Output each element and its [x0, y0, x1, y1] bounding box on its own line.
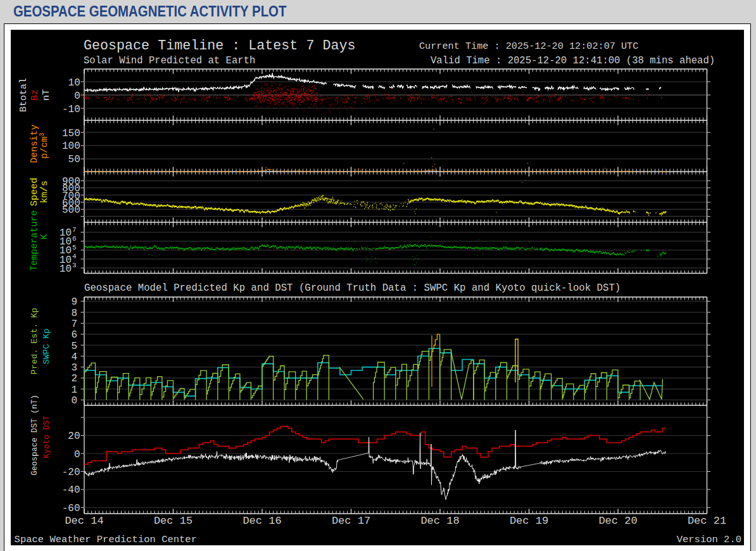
svg-text:Speed: Speed	[29, 177, 40, 206]
svg-text:7: 7	[71, 319, 77, 330]
svg-text:0: 0	[74, 91, 80, 102]
svg-text:6: 6	[71, 329, 77, 341]
svg-text:3: 3	[72, 262, 77, 269]
svg-text:Dec 18: Dec 18	[420, 515, 459, 527]
svg-text:Version 2.0: Version 2.0	[677, 534, 741, 545]
svg-text:10: 10	[60, 263, 72, 275]
svg-text:p/cm3: p/cm3	[39, 133, 49, 159]
svg-text:6: 6	[72, 235, 77, 243]
svg-text:0: 0	[71, 395, 77, 407]
svg-text:Dec 21: Dec 21	[688, 515, 726, 527]
svg-text:Dec 14: Dec 14	[65, 515, 103, 527]
svg-text:Btotal: Btotal	[18, 78, 29, 112]
svg-text:2: 2	[71, 373, 77, 384]
svg-text:km/s: km/s	[39, 180, 50, 203]
svg-text:SWPC Kp: SWPC Kp	[42, 329, 51, 365]
svg-text:4: 4	[72, 253, 77, 260]
svg-text:8: 8	[71, 308, 77, 319]
svg-text:-10: -10	[62, 104, 80, 115]
svg-text:Geospace Model Predicted Kp an: Geospace Model Predicted Kp and DST (Gro…	[84, 282, 621, 294]
svg-text:5: 5	[72, 244, 77, 251]
svg-text:Kyoto DST: Kyoto DST	[42, 415, 51, 459]
svg-text:Dec 17: Dec 17	[332, 515, 370, 527]
svg-text:20: 20	[68, 431, 80, 442]
svg-text:Temperature: Temperature	[29, 210, 39, 271]
svg-text:0: 0	[74, 449, 80, 460]
svg-text:Geospace DST (nT): Geospace DST (nT)	[30, 395, 39, 476]
svg-text:150: 150	[62, 128, 80, 139]
svg-text:-20: -20	[62, 467, 80, 478]
svg-text:3: 3	[71, 362, 77, 374]
svg-text:Dec 16: Dec 16	[243, 515, 281, 527]
svg-text:Bz: Bz	[30, 89, 41, 101]
svg-text:-60: -60	[62, 503, 80, 514]
svg-text:Valid Time : 2025-12-20 12:41:: Valid Time : 2025-12-20 12:41:00 (38 min…	[431, 55, 715, 66]
svg-text:-40: -40	[62, 484, 80, 496]
svg-text:5: 5	[71, 341, 77, 352]
svg-text:100: 100	[62, 141, 80, 152]
svg-text:Space Weather Prediction Cente: Space Weather Prediction Center	[15, 534, 197, 545]
svg-text:9: 9	[71, 296, 77, 308]
svg-text:nT: nT	[41, 89, 52, 101]
svg-text:Solar Wind Predicted at Earth: Solar Wind Predicted at Earth	[84, 55, 255, 66]
svg-text:Geospace Timeline : Latest 7 D: Geospace Timeline : Latest 7 Days	[84, 38, 355, 54]
svg-text:4: 4	[71, 352, 77, 363]
svg-text:50: 50	[68, 154, 80, 165]
svg-text:K: K	[39, 234, 49, 239]
svg-text:Density: Density	[29, 124, 39, 163]
svg-text:7: 7	[72, 226, 77, 234]
svg-text:Pred. Est. Kp: Pred. Est. Kp	[30, 308, 39, 374]
svg-text:Dec 19: Dec 19	[510, 515, 548, 527]
svg-text:Current Time : 2025-12-20 12:0: Current Time : 2025-12-20 12:02:07 UTC	[419, 41, 638, 52]
svg-text:10: 10	[68, 77, 80, 89]
svg-text:Dec 15: Dec 15	[154, 515, 192, 527]
svg-text:Dec 20: Dec 20	[598, 515, 637, 527]
svg-text:500: 500	[62, 205, 80, 216]
svg-text:1: 1	[71, 384, 77, 396]
